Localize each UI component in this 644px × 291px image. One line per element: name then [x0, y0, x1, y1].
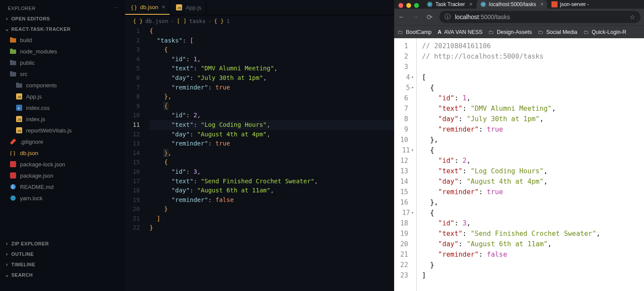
explorer-more-icon[interactable]: ⋯ [113, 5, 119, 11]
section-timeline[interactable]: ›TIMELINE [0, 259, 125, 270]
browser-tab-1[interactable]: Task Tracker × [423, 0, 476, 9]
bookmark-ava[interactable]: AAVA VAN NESS [438, 29, 482, 35]
svg-rect-1 [10, 37, 13, 39]
svg-text:JS: JS [17, 118, 21, 122]
bookmark-design[interactable]: 🗀Design-Assets [488, 29, 532, 35]
code-content[interactable]: { "tasks": [ { "id": 1, "text": "DMV Alu… [149, 26, 394, 233]
svg-rect-9 [16, 83, 19, 84]
tab-db-json[interactable]: { } db.json × [125, 0, 170, 15]
maximize-window-icon[interactable] [414, 3, 419, 8]
minimize-window-icon[interactable] [406, 3, 411, 8]
window-controls[interactable] [398, 3, 422, 9]
git-icon [10, 138, 17, 145]
js-file-icon: JS [16, 93, 23, 100]
svg-text:{ }: { } [10, 150, 16, 156]
bookmark-social[interactable]: 🗀Social Media [538, 29, 578, 35]
close-window-icon[interactable] [398, 3, 403, 8]
explorer-sidebar: EXPLORER ⋯ › OPEN EDITORS ⌄ REACT-TASK-T… [0, 0, 125, 291]
svg-text:#: # [18, 106, 20, 110]
bookmark-quicklogin[interactable]: 🗀Quick-Login-R [584, 29, 627, 35]
code-editor[interactable]: 12345678910111213141516171819202122 { "t… [125, 26, 394, 233]
svg-rect-21 [10, 172, 16, 179]
json-viewer: 1234▾5▾67891011▾121314151617▾18192021222… [394, 38, 644, 291]
explorer-title: EXPLORER [8, 6, 36, 11]
yarn-icon [10, 195, 17, 202]
browser-tab-2[interactable]: localhost:5000/tasks × [477, 0, 547, 9]
tab-app-js[interactable]: JS App.js [170, 0, 206, 15]
editor-area: { } db.json × JS App.js { } db.json › [ … [125, 0, 394, 291]
chevron-down-icon: ⌄ [4, 26, 10, 32]
svg-point-31 [482, 3, 484, 5]
js-file-icon: JS [16, 127, 23, 134]
chrome-window: Task Tracker × localhost:5000/tasks × js… [394, 0, 644, 291]
js-file-icon: JS [176, 4, 182, 10]
folder-open-icon [10, 70, 17, 77]
folder-src[interactable]: src [0, 68, 125, 79]
folder-icon [10, 59, 17, 66]
react-icon [480, 1, 486, 7]
vscode-window: EXPLORER ⋯ › OPEN EDITORS ⌄ REACT-TASK-T… [0, 0, 394, 291]
file-readme[interactable]: i README.md [0, 181, 125, 192]
js-file-icon: JS [16, 116, 23, 122]
folder-public[interactable]: public [0, 57, 125, 68]
section-search[interactable]: ⌄SEARCH [0, 270, 125, 280]
back-button[interactable]: ← [398, 13, 405, 21]
explorer-header: EXPLORER ⋯ [0, 3, 125, 13]
editor-tabs: { } db.json × JS App.js [125, 0, 394, 15]
breadcrumbs[interactable]: { } db.json › [ ] tasks › { } 1 [125, 15, 394, 26]
folder-node-modules[interactable]: node_modules [0, 46, 125, 57]
chrome-tabbar: Task Tracker × localhost:5000/tasks × js… [394, 0, 644, 9]
bookmark-star-icon[interactable]: ☆ [630, 13, 635, 20]
section-outline[interactable]: ›OUTLINE [0, 249, 125, 259]
folder-icon: 🗀 [538, 29, 544, 35]
section-open-editors[interactable]: › OPEN EDITORS [0, 13, 125, 24]
section-project[interactable]: ⌄ REACT-TASK-TRACKER [0, 24, 125, 34]
close-icon[interactable]: × [162, 3, 165, 10]
chevron-right-icon: › [4, 16, 10, 22]
folder-components[interactable]: components [0, 79, 125, 91]
file-app-js[interactable]: JS App.js [0, 91, 125, 102]
forward-button[interactable]: → [412, 13, 419, 21]
array-icon: [ ] [177, 18, 187, 24]
file-yarn-lock[interactable]: yarn.lock [0, 192, 125, 204]
viewer-content[interactable]: // 20210804161106 // http://localhost:50… [417, 38, 601, 291]
js-icon [551, 1, 558, 7]
folder-icon [10, 48, 17, 55]
bookmark-bootcamp[interactable]: 🗀BootCamp [398, 29, 432, 35]
file-gitignore[interactable]: .gitignore [0, 136, 125, 147]
svg-text:JS: JS [17, 129, 21, 133]
folder-icon: 🗀 [584, 29, 589, 35]
section-zip[interactable]: ›ZIP EXPLORER [0, 238, 125, 249]
file-db-json[interactable]: { } db.json [0, 147, 125, 159]
json-file-icon: { } [133, 18, 143, 24]
close-icon[interactable]: × [541, 1, 544, 7]
svg-rect-7 [10, 71, 13, 73]
browser-toolbar: ← → ⟳ ⓘ localhost:5000/tasks ☆ [394, 9, 644, 25]
react-icon [427, 1, 433, 7]
file-package-lock[interactable]: package-lock.json [0, 159, 125, 170]
svg-text:i: i [12, 185, 13, 189]
site-info-icon[interactable]: ⓘ [445, 13, 451, 21]
close-icon[interactable]: × [469, 1, 472, 7]
json-file-icon: { } [131, 4, 136, 10]
css-file-icon: # [16, 104, 23, 111]
file-index-js[interactable]: JS index.js [0, 113, 125, 125]
file-package-json[interactable]: package.json [0, 170, 125, 181]
file-index-css[interactable]: # index.css [0, 102, 125, 113]
folder-icon: 🗀 [488, 29, 494, 35]
file-reportwebvitals[interactable]: JS reportWebVitals.js [0, 125, 125, 136]
address-bar[interactable]: ⓘ localhost:5000/tasks ☆ [439, 11, 641, 23]
bookmarks-bar: 🗀BootCamp AAVA VAN NESS 🗀Design-Assets 🗀… [394, 25, 644, 38]
folder-build[interactable]: build [0, 34, 125, 46]
browser-tab-3[interactable]: json-server - [548, 0, 593, 9]
line-numbers: 12345678910111213141516171819202122 [125, 26, 149, 233]
npm-icon [10, 161, 17, 168]
svg-rect-5 [10, 60, 13, 62]
reload-button[interactable]: ⟳ [425, 13, 433, 21]
viewer-line-numbers: 1234▾5▾67891011▾121314151617▾18192021222… [394, 38, 417, 291]
folder-icon [10, 36, 17, 43]
svg-text:JS: JS [177, 6, 181, 10]
folder-icon [16, 82, 23, 89]
svg-rect-20 [10, 161, 16, 167]
npm-icon [10, 172, 17, 179]
